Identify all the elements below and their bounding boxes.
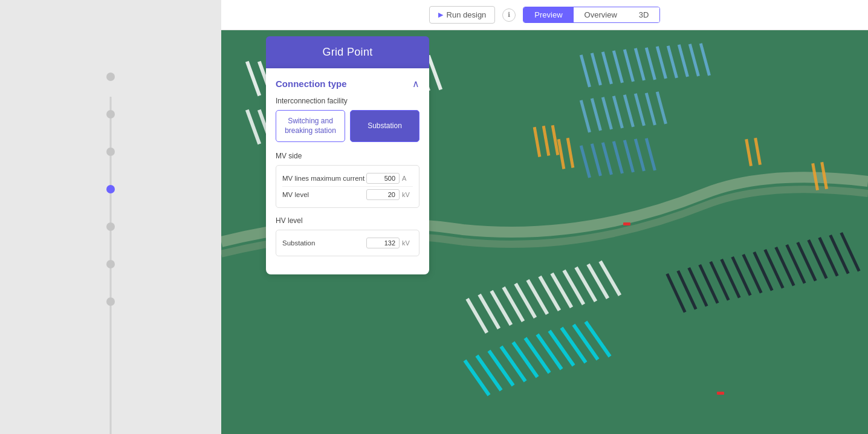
mv-side-label: MV side [276,152,419,160]
substation-hv-value-group: kV [366,238,413,248]
svg-rect-52 [551,125,560,155]
svg-rect-1 [245,61,261,96]
svg-rect-74 [490,290,513,326]
svg-rect-70 [829,235,849,274]
tab-3d[interactable]: 3D [628,7,660,22]
play-icon: ▶ [438,11,443,19]
svg-rect-51 [542,126,551,156]
svg-rect-31 [591,53,602,85]
sidebar-dot-3[interactable] [106,147,115,156]
svg-rect-86 [487,350,514,387]
svg-rect-49 [656,91,667,124]
svg-rect-34 [623,49,635,82]
svg-rect-33 [612,50,624,83]
svg-rect-96 [591,143,602,176]
svg-rect-87 [499,346,526,383]
sidebar-dot-2[interactable] [106,110,115,118]
substation-hv-label: Substation [282,239,315,247]
mv-level-input[interactable] [366,189,400,200]
mv-lines-label: MV lines maximum current [282,175,364,182]
svg-rect-37 [656,46,667,79]
svg-rect-47 [634,93,646,126]
mv-level-value-group: kV [366,189,413,200]
switching-station-button[interactable]: Switching and breaking station [276,110,345,142]
run-design-label: Run design [447,10,487,19]
mv-lines-unit: A [402,175,413,182]
svg-rect-69 [818,237,838,277]
sidebar-dot-5[interactable] [106,222,115,231]
mv-lines-row: MV lines maximum current A [282,170,413,186]
svg-rect-76 [514,283,537,319]
svg-rect-64 [763,249,784,289]
svg-rect-71 [840,232,860,272]
svg-rect-17 [245,109,261,144]
svg-rect-32 [601,51,613,84]
svg-rect-106 [623,222,630,225]
svg-rect-65 [774,247,795,287]
svg-rect-63 [753,251,773,291]
svg-rect-58 [698,264,719,304]
svg-rect-90 [536,334,563,371]
tab-group: Preview Overview 3D [523,7,660,23]
chevron-up-icon[interactable]: ∧ [412,78,419,89]
svg-rect-44 [601,97,613,129]
mv-lines-input[interactable] [366,173,400,184]
mv-level-unit: kV [402,191,413,198]
svg-rect-60 [720,259,740,299]
svg-rect-53 [557,139,566,169]
svg-rect-107 [717,392,724,395]
svg-rect-62 [742,254,762,294]
svg-rect-80 [562,270,585,305]
interconnection-toggle-group: Switching and breaking station Substatio… [276,110,419,142]
run-design-button[interactable]: ▶ Run design [429,6,496,24]
svg-rect-73 [478,294,500,329]
hv-fields-box: Substation kV [276,230,419,256]
sidebar-dot-4[interactable] [106,185,115,193]
svg-rect-88 [511,342,539,378]
svg-rect-41 [699,43,711,76]
svg-rect-84 [463,360,490,397]
svg-rect-66 [785,244,806,284]
svg-rect-67 [796,242,817,282]
svg-rect-81 [574,267,597,302]
hv-level-label: HV level [276,216,419,225]
svg-rect-50 [533,127,542,157]
svg-rect-42 [580,100,591,132]
substation-hv-input[interactable] [366,238,400,248]
card-body: Connection type ∧ Interconnection facili… [266,68,429,274]
sidebar-dot-6[interactable] [106,260,115,268]
svg-rect-61 [731,256,751,296]
mv-level-row: MV level kV [282,186,413,202]
grid-point-header: Grid Point [266,36,429,68]
svg-rect-45 [612,96,624,128]
svg-rect-103 [754,138,762,165]
substation-hv-row: Substation kV [282,235,413,251]
overlay-panel: Grid Point Connection type ∧ Interconnec… [266,36,429,274]
tab-preview[interactable]: Preview [523,7,573,22]
svg-rect-55 [666,273,686,313]
svg-rect-59 [709,261,730,301]
svg-rect-38 [667,45,678,78]
svg-rect-68 [807,239,828,279]
info-button[interactable]: ℹ [502,8,516,22]
svg-rect-102 [745,139,753,166]
svg-rect-94 [584,321,611,358]
info-icon: ℹ [508,11,510,19]
svg-rect-99 [623,140,635,172]
svg-rect-83 [598,261,621,296]
left-sidebar [0,0,221,434]
svg-rect-105 [820,162,828,189]
svg-rect-35 [634,48,646,80]
interconnection-facility-label: Interconnection facility [276,97,419,105]
sidebar-dot-7[interactable] [106,297,115,306]
sidebar-dot-1[interactable] [106,73,115,81]
tab-overview[interactable]: Overview [574,7,628,22]
svg-rect-91 [548,330,575,367]
svg-rect-85 [475,355,502,392]
toolbar: ▶ Run design ℹ Preview Overview 3D [221,0,868,30]
svg-rect-57 [687,267,708,307]
substation-button[interactable]: Substation [350,110,419,142]
svg-rect-75 [502,287,525,322]
svg-rect-72 [465,298,488,334]
grid-point-title: Grid Point [322,46,372,58]
